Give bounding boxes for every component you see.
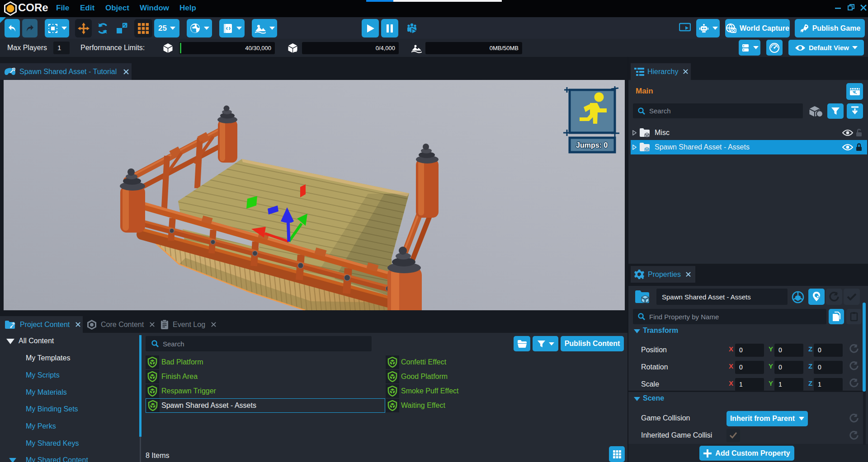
svg-text:Jumps: 0: Jumps: 0 [576, 141, 608, 149]
